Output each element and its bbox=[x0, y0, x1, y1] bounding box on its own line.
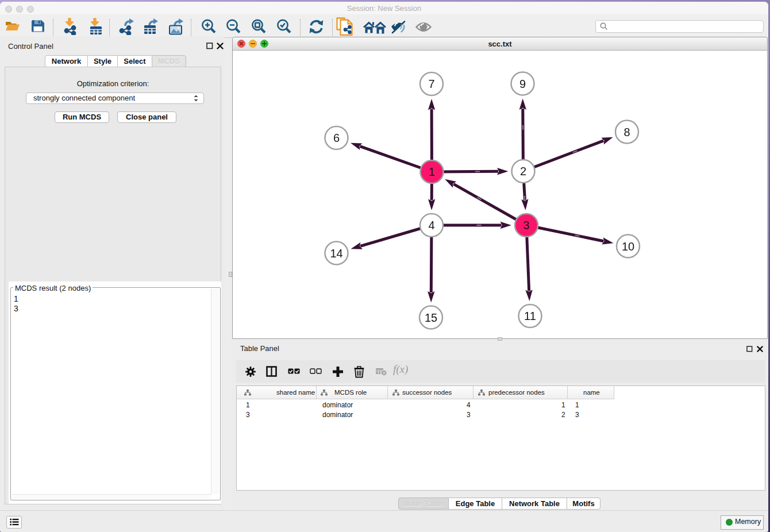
svg-text:9: 9 bbox=[519, 78, 526, 90]
svg-text:11: 11 bbox=[524, 310, 536, 322]
svg-text:4: 4 bbox=[428, 219, 434, 232]
svg-text:1: 1 bbox=[429, 165, 435, 178]
svg-text:8: 8 bbox=[623, 126, 630, 138]
svg-text:7: 7 bbox=[428, 78, 434, 90]
svg-text:2: 2 bbox=[520, 165, 526, 178]
svg-text:10: 10 bbox=[622, 240, 634, 253]
svg-text:6: 6 bbox=[333, 132, 340, 144]
svg-text:15: 15 bbox=[425, 311, 437, 324]
svg-text:14: 14 bbox=[330, 247, 342, 260]
svg-text:3: 3 bbox=[523, 219, 529, 232]
